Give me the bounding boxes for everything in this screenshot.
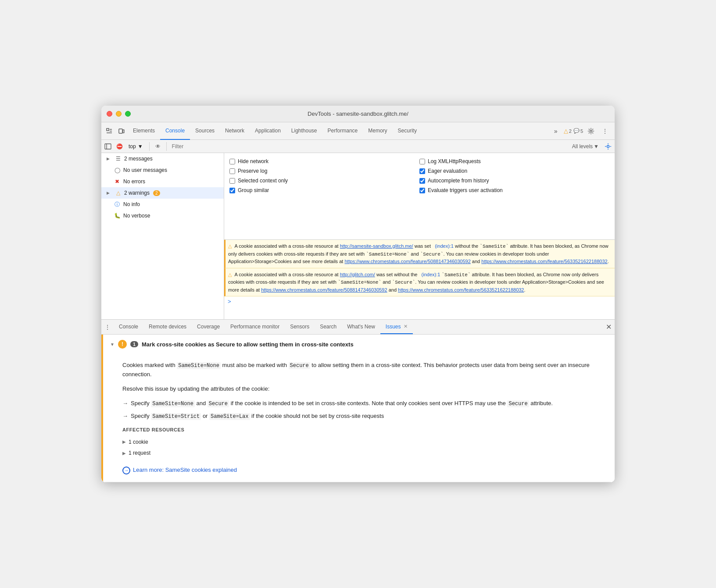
eval-triggers-checkbox[interactable] [419, 188, 425, 193]
tab-network[interactable]: Network [220, 122, 250, 140]
log-xmlhttpreq-label: Log XMLHttpRequests [428, 158, 481, 164]
group-similar-option: Group similar [229, 185, 419, 195]
main-area: ▶ ☰ 2 messages ◯ No user messages ✖ No e… [101, 153, 615, 320]
message-icon: 💬 [573, 128, 580, 134]
issues-panel: ▼ ! 1 Mark cross-site cookies as Secure … [101, 335, 615, 482]
learn-more-link[interactable]: → Learn more: SameSite cookies explained [122, 466, 604, 475]
drawer-tab-sensors[interactable]: Sensors [285, 320, 315, 334]
tab-elements[interactable]: Elements [128, 122, 160, 140]
console-right-panel: Hide network Log XMLHttpRequests Preserv… [224, 153, 615, 319]
drawer-menu-icon[interactable]: ⋮ [101, 321, 114, 333]
svg-rect-4 [105, 144, 111, 149]
bullet2-samesite-strict: SameSite=Strict [151, 413, 201, 420]
svg-point-3 [590, 130, 592, 132]
close-issues-tab-icon[interactable]: ✕ [404, 324, 408, 329]
context-dropdown-icon: ▼ [138, 143, 143, 150]
issue-resolve-text: Resolve this issue by updating the attri… [122, 385, 604, 394]
svg-rect-2 [123, 130, 124, 133]
tab-console[interactable]: Console [160, 122, 190, 140]
tab-performance[interactable]: Performance [322, 122, 363, 140]
drawer-tab-console[interactable]: Console [114, 320, 143, 334]
warn1-source[interactable]: (index):1 [432, 243, 454, 249]
close-button[interactable] [107, 111, 112, 117]
divider2 [166, 142, 167, 151]
tab-memory[interactable]: Memory [363, 122, 392, 140]
maximize-button[interactable] [125, 111, 131, 117]
sidebar-item-user-messages[interactable]: ◯ No user messages [101, 164, 224, 176]
log-xmlhttpreq-checkbox[interactable] [419, 159, 425, 164]
resource-expand-icon-1: ▶ [122, 438, 126, 445]
svg-point-6 [607, 145, 609, 147]
preserve-log-option: Preserve log [229, 166, 419, 176]
sidebar-item-errors[interactable]: ✖ No errors [101, 176, 224, 187]
verbose-icon: 🐛 [114, 212, 121, 219]
more-tabs-icon[interactable]: » [550, 125, 562, 137]
drawer-tab-search[interactable]: Search [315, 320, 342, 334]
warn1-link2[interactable]: https://www.chromestatus.com/feature/563… [481, 259, 607, 264]
levels-selector[interactable]: All levels ▼ [569, 143, 601, 150]
autocomplete-label: Autocomplete from history [428, 178, 489, 184]
tab-lighthouse[interactable]: Lighthouse [286, 122, 322, 140]
learn-more-icon: → [122, 467, 130, 474]
issue-expand-icon: ▼ [110, 342, 115, 347]
warn2-link2[interactable]: https://www.chromestatus.com/feature/563… [398, 287, 524, 292]
eager-eval-label: Eager evaluation [428, 168, 467, 174]
sidebar-item-verbose[interactable]: 🐛 No verbose [101, 210, 224, 221]
context-selector[interactable]: top ▼ [126, 143, 146, 150]
drawer-tab-coverage[interactable]: Coverage [192, 320, 225, 334]
selected-context-checkbox[interactable] [229, 178, 235, 184]
issue-bullet-1: → Specify SameSite=None and Secure if th… [122, 399, 604, 408]
console-secondary-bar: ⛔ top ▼ 👁 All levels ▼ [101, 140, 615, 153]
expand-icon: ▶ [107, 157, 112, 161]
sidebar-item-messages[interactable]: ▶ ☰ 2 messages [101, 153, 224, 164]
resource-item-request[interactable]: ▶ 1 request [122, 448, 604, 459]
drawer-tab-issues[interactable]: Issues ✕ [380, 320, 413, 334]
warn1-url1[interactable]: http://samesite-sandbox.glitch.me/ [340, 243, 413, 249]
sidebar-item-info[interactable]: ⓘ No info [101, 199, 224, 210]
eager-eval-option: Eager evaluation [419, 166, 609, 176]
drawer-tab-whats-new[interactable]: What's New [342, 320, 380, 334]
filter-input[interactable] [170, 143, 568, 150]
sidebar-item-warnings[interactable]: ▶ △ 2 warnings 2 [101, 187, 224, 199]
device-toolbar-icon[interactable] [115, 125, 128, 137]
drawer-tab-remote-devices[interactable]: Remote devices [143, 320, 192, 334]
arrow-icon-1: → [122, 399, 128, 408]
tab-application[interactable]: Application [250, 122, 286, 140]
minimize-button[interactable] [116, 111, 122, 117]
more-options-icon[interactable]: ⋮ [599, 125, 611, 137]
drawer-tab-performance-monitor[interactable]: Performance monitor [225, 320, 285, 334]
info-icon: ⓘ [114, 201, 121, 208]
eval-triggers-label: Evaluate triggers user activation [428, 187, 503, 193]
preserve-log-checkbox[interactable] [229, 168, 235, 174]
issue-group-1: ▼ ! 1 Mark cross-site cookies as Secure … [101, 335, 615, 482]
console-settings-icon[interactable] [603, 142, 613, 151]
selected-context-option: Selected context only [229, 176, 419, 185]
inspect-icon[interactable] [103, 125, 115, 137]
issue-description-p1: Cookies marked with SameSite=None must a… [122, 361, 604, 379]
warn2-url1[interactable]: http://glitch.com/ [340, 272, 375, 277]
group-similar-label: Group similar [238, 187, 269, 193]
hide-network-checkbox[interactable] [229, 159, 235, 164]
issue-header-1[interactable]: ▼ ! 1 Mark cross-site cookies as Secure … [101, 335, 615, 354]
group-similar-checkbox[interactable] [229, 188, 235, 193]
close-drawer-icon[interactable]: ✕ [602, 321, 615, 333]
eye-icon[interactable]: 👁 [153, 142, 163, 151]
eager-eval-checkbox[interactable] [419, 168, 425, 174]
warn2-source[interactable]: (index):1 [419, 272, 440, 277]
warn2-link1[interactable]: https://www.chromestatus.com/feature/508… [261, 287, 387, 292]
warning-count-badge: 2 [153, 190, 160, 196]
autocomplete-checkbox[interactable] [419, 178, 425, 184]
warn1-link1[interactable]: https://www.chromestatus.com/feature/508… [344, 259, 470, 264]
tab-sources[interactable]: Sources [190, 122, 220, 140]
clear-console-icon[interactable]: ⛔ [115, 142, 124, 151]
bullet1-secure2: Secure [507, 400, 529, 407]
selected-context-label: Selected context only [238, 178, 288, 184]
tab-security[interactable]: Security [393, 122, 422, 140]
console-sidebar-toggle-icon[interactable] [103, 142, 113, 151]
arrow-icon-2: → [122, 412, 128, 421]
resource-item-cookie[interactable]: ▶ 1 cookie [122, 437, 604, 448]
bullet1-secure: Secure [208, 400, 229, 407]
preserve-log-label: Preserve log [238, 168, 267, 174]
bullet1-samesite-none: SameSite=None [151, 400, 195, 407]
settings-icon[interactable] [585, 125, 597, 137]
